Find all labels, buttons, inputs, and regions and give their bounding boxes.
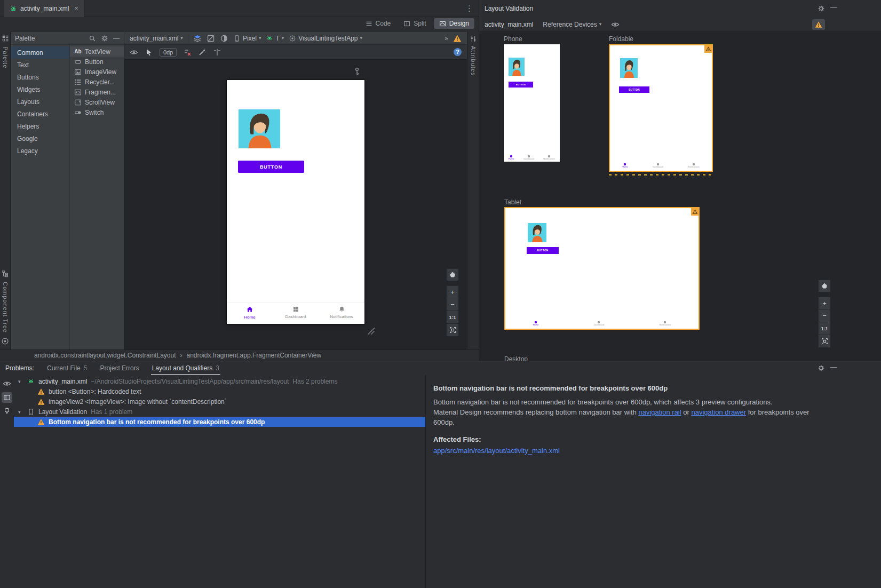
component-scrollview[interactable]: ScrollView bbox=[70, 97, 124, 107]
lightbulb-icon[interactable] bbox=[3, 407, 11, 415]
file-selector[interactable]: activity_main.xml ▾ bbox=[130, 35, 183, 42]
code-mode-button[interactable]: Code bbox=[360, 18, 396, 29]
tree-node-file[interactable]: ▾ activity_main.xml ~/AndroidStudioProje… bbox=[14, 376, 425, 386]
pan-button[interactable] bbox=[818, 280, 831, 292]
device-selector[interactable]: Pixel ▾ bbox=[233, 35, 261, 42]
infer-constraints-wand-icon[interactable] bbox=[198, 48, 207, 57]
navigation-rail-link[interactable]: navigation rail bbox=[638, 408, 681, 416]
pointer-icon[interactable] bbox=[145, 48, 153, 57]
zoom-fit-button[interactable] bbox=[818, 335, 831, 348]
attributes-stripe-label[interactable]: Attributes bbox=[470, 46, 477, 76]
eye-icon[interactable] bbox=[611, 20, 620, 29]
zoom-fit-button[interactable] bbox=[446, 324, 459, 337]
material-button[interactable]: BUTTON bbox=[238, 161, 304, 173]
tab-layout-and-qualifiers[interactable]: Layout and Qualifiers3 bbox=[152, 361, 219, 375]
category-layouts[interactable]: Layouts bbox=[11, 96, 69, 108]
toolbar-overflow-icon[interactable]: » bbox=[445, 35, 448, 42]
zoom-in-button[interactable]: + bbox=[446, 285, 459, 298]
component-tree-icon[interactable] bbox=[2, 270, 9, 277]
component-tree-stripe-label[interactable]: Component Tree bbox=[2, 282, 9, 333]
split-mode-button[interactable]: Split bbox=[398, 18, 431, 29]
category-widgets[interactable]: Widgets bbox=[11, 83, 69, 96]
layers-icon[interactable] bbox=[193, 34, 202, 43]
zoom-out-button[interactable]: − bbox=[818, 309, 831, 322]
category-common[interactable]: Common bbox=[11, 46, 69, 59]
palette-stripe-label[interactable]: Palette bbox=[2, 46, 9, 68]
tree-node-layout-validation[interactable]: ▾ Layout Validation Has 1 problem bbox=[14, 407, 425, 417]
material-button: BUTTON bbox=[509, 82, 533, 88]
breadcrumb-constraintlayout[interactable]: androidx.constraintlayout.widget.Constra… bbox=[34, 352, 176, 359]
tab-current-file[interactable]: Current File5 bbox=[47, 361, 87, 375]
nav-notifications[interactable]: Notifications bbox=[319, 303, 364, 324]
component-button[interactable]: Button bbox=[70, 57, 124, 67]
resize-handle-icon[interactable] bbox=[366, 325, 375, 335]
warning-icon bbox=[815, 21, 822, 28]
navigation-drawer-link[interactable]: navigation drawer bbox=[691, 408, 746, 416]
component-imageview[interactable]: ImageView bbox=[70, 67, 124, 77]
component-fragmentcontainer[interactable]: Fragmen... bbox=[70, 87, 124, 97]
category-text[interactable]: Text bbox=[11, 59, 69, 71]
component-textview[interactable]: Ab TextView bbox=[70, 46, 124, 57]
close-tab-icon[interactable]: × bbox=[74, 4, 78, 12]
night-mode-icon[interactable] bbox=[220, 34, 228, 43]
reference-devices-selector[interactable]: Reference Devices ▾ bbox=[543, 21, 601, 28]
design-canvas[interactable]: BUTTON Home Dashboard bbox=[124, 60, 467, 349]
api-level-selector[interactable]: T ▾ bbox=[266, 35, 284, 42]
help-icon[interactable]: ? bbox=[454, 48, 462, 56]
phone-preview[interactable]: BUTTON Home Dashboard Notifications bbox=[504, 44, 560, 162]
view-options-eye-icon[interactable] bbox=[130, 48, 138, 57]
tool-window-circle-icon[interactable] bbox=[1, 337, 9, 345]
zoom-controls: + − 1:1 bbox=[818, 297, 831, 348]
chevron-down-icon[interactable]: ▾ bbox=[18, 409, 23, 415]
panel-layout-button[interactable] bbox=[2, 392, 12, 403]
align-icon[interactable] bbox=[213, 48, 221, 57]
nav-dashboard[interactable]: Dashboard bbox=[273, 303, 319, 324]
design-mode-button[interactable]: Design bbox=[434, 18, 474, 29]
theme-selector[interactable]: VisualLintingTestApp ▾ bbox=[289, 35, 362, 42]
warnings-toggle-button[interactable] bbox=[812, 19, 825, 30]
editor-tab-activity-main[interactable]: activity_main.xml × bbox=[4, 0, 84, 17]
affected-file-link[interactable]: app/src/main/res/layout/activity_main.xm… bbox=[433, 447, 560, 455]
default-margin-selector[interactable]: 0dp bbox=[160, 48, 177, 57]
pan-button[interactable] bbox=[446, 268, 459, 281]
blueprint-toggle-icon[interactable] bbox=[207, 34, 215, 43]
gear-icon[interactable] bbox=[817, 364, 825, 372]
tab-project-errors[interactable]: Project Errors bbox=[100, 361, 139, 375]
minimize-icon[interactable]: — bbox=[830, 363, 837, 371]
category-helpers[interactable]: Helpers bbox=[11, 120, 69, 132]
zoom-out-button[interactable]: − bbox=[446, 298, 459, 311]
gear-icon[interactable] bbox=[101, 35, 108, 42]
search-icon[interactable] bbox=[89, 35, 96, 42]
device-preview[interactable]: BUTTON Home Dashboard bbox=[227, 80, 364, 324]
imageview-avatar-image[interactable] bbox=[239, 109, 280, 148]
palette-tool-icon[interactable] bbox=[2, 35, 9, 42]
component-switch[interactable]: Switch bbox=[70, 107, 124, 117]
clear-constraints-icon[interactable] bbox=[183, 48, 192, 57]
attributes-sliders-icon[interactable] bbox=[470, 35, 477, 43]
zoom-1to1-button[interactable]: 1:1 bbox=[446, 311, 459, 324]
gear-icon[interactable] bbox=[817, 5, 825, 12]
breadcrumb-separator: › bbox=[180, 352, 182, 359]
problem-missing-contentdescription[interactable]: imageView2 <ImageView>: Image without `c… bbox=[14, 396, 425, 407]
category-legacy[interactable]: Legacy bbox=[11, 145, 69, 157]
zoom-1to1-button[interactable]: 1:1 bbox=[818, 322, 831, 335]
warning-icon[interactable] bbox=[453, 34, 462, 43]
problem-bottom-navigation[interactable]: Bottom navigation bar is not recommended… bbox=[14, 417, 425, 427]
eye-icon[interactable] bbox=[3, 379, 11, 388]
breadcrumb-fragmentcontainerview[interactable]: androidx.fragment.app.FragmentContainerV… bbox=[187, 352, 322, 359]
problem-hardcoded-text[interactable]: button <Button>: Hardcoded text bbox=[14, 386, 425, 396]
minimize-icon[interactable]: — bbox=[830, 4, 837, 11]
category-containers[interactable]: Containers bbox=[11, 108, 69, 120]
component-recyclerview[interactable]: Recycler... bbox=[70, 77, 124, 87]
chevron-down-icon: ▾ bbox=[259, 36, 261, 41]
tablet-preview[interactable]: BUTTON Home Dashboard Notifications bbox=[504, 207, 700, 330]
foldable-preview[interactable]: BUTTON Home Dashboard Notifications bbox=[609, 44, 713, 172]
zoom-in-button[interactable]: + bbox=[818, 297, 831, 309]
category-buttons[interactable]: Buttons bbox=[11, 71, 69, 83]
more-options-icon[interactable]: ⋮ bbox=[465, 4, 473, 13]
category-google[interactable]: Google bbox=[11, 132, 69, 145]
minimize-icon[interactable]: — bbox=[113, 35, 120, 42]
chevron-down-icon[interactable]: ▾ bbox=[18, 379, 23, 384]
validation-file-tab[interactable]: activity_main.xml bbox=[485, 21, 533, 28]
nav-home[interactable]: Home bbox=[227, 303, 273, 324]
